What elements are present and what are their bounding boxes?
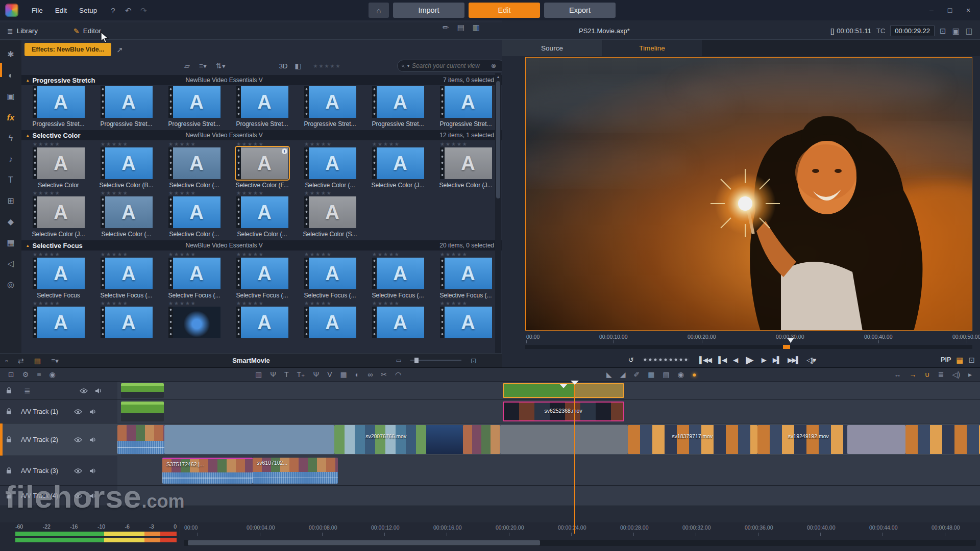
razor-icon[interactable]: ✐	[634, 371, 640, 378]
undock-icon[interactable]: ⊡	[940, 27, 946, 35]
edit-mode-button[interactable]: Edit	[469, 3, 540, 18]
voiceover-icon[interactable]: Ψ	[270, 371, 276, 378]
magnet-icon[interactable]: ∪	[925, 371, 930, 378]
menu-edit[interactable]: Edit	[49, 0, 73, 20]
effect-thumbnail[interactable]: A	[168, 196, 220, 228]
effect-thumbnail[interactable]: A	[440, 307, 492, 338]
snapshot-icon[interactable]: ◉	[678, 371, 684, 378]
effect-rating[interactable]: ★★★★★	[236, 252, 264, 258]
effect-rating[interactable]: ★★★★★	[101, 141, 129, 147]
effect-thumbnail[interactable]: A	[304, 307, 356, 338]
effect-thumbnail[interactable]: A	[440, 86, 492, 118]
navigator-icon[interactable]: ✱	[4, 48, 17, 61]
play-forward-button[interactable]: ▶	[762, 356, 766, 364]
list-view-icon[interactable]: ≡▾	[51, 357, 59, 364]
effect-item[interactable]: ★★★★★ASelective Focus (...	[92, 251, 160, 299]
clip-sv6252368.mov[interactable]: sv6252368.mov	[503, 402, 624, 421]
effect-rating[interactable]: ★★★★★	[236, 141, 264, 147]
effect-item[interactable]: ★★★★★ASelective Focus (...	[296, 251, 364, 299]
effect-thumbnail[interactable]: A	[372, 147, 424, 179]
expand-view-icon[interactable]: ⊡	[471, 357, 477, 364]
catalog-icon[interactable]: ▥	[473, 23, 480, 31]
effect-rating[interactable]: ★★★★★	[33, 300, 61, 307]
effect-rating[interactable]: ★★★★★	[101, 300, 129, 307]
effect-item[interactable]: ★★★★★ASelective Focus (...	[228, 251, 296, 299]
next-clip-button[interactable]: ▶▌	[773, 356, 780, 364]
effect-item[interactable]: AProgressive Stret...	[296, 85, 364, 128]
keyboard-icon[interactable]: ▦	[648, 371, 654, 378]
effect-item[interactable]: ★★★★★ASelective Color (B...	[92, 140, 160, 189]
zoom-slider-knob[interactable]	[414, 358, 419, 363]
export-mode-button[interactable]: Export	[544, 3, 616, 18]
tab-library[interactable]: ≣Library	[0, 22, 45, 40]
effect-rating[interactable]: ★★★★★	[168, 141, 197, 147]
effect-item[interactable]: ★★★★★ASelective Focus	[24, 251, 92, 299]
clip-sv6107102...[interactable]: sv6107102...	[253, 458, 338, 484]
effect-rating[interactable]: ★★★★★	[304, 190, 332, 196]
mute-speaker-icon[interactable]	[89, 409, 96, 415]
effect-thumbnail[interactable]: A	[440, 258, 492, 289]
volume-button[interactable]: ◁))▾	[806, 356, 815, 364]
effect-rating[interactable]: ★★★★★	[168, 190, 197, 196]
track-lane[interactable]	[117, 486, 980, 506]
track-list-icon[interactable]: ≣	[24, 387, 31, 394]
effect-thumbnail[interactable]: A	[33, 196, 85, 228]
effect-thumbnail[interactable]: Ai	[236, 147, 288, 179]
effect-thumbnail[interactable]: A	[236, 86, 288, 118]
visibility-eye-icon[interactable]	[74, 493, 82, 498]
effect-thumbnail[interactable]: A	[101, 86, 153, 118]
clip-sv18379717.mov[interactable]: sv18379717.mov	[628, 425, 757, 454]
zoom-slider[interactable]	[410, 360, 461, 361]
dual-view-icon[interactable]: ◫	[966, 27, 973, 35]
effect-item[interactable]: ★★★★★	[160, 299, 228, 338]
lock-icon[interactable]	[6, 492, 12, 499]
copy-frame-icon[interactable]: ▣	[952, 27, 960, 35]
volume-icon[interactable]: ◁)	[952, 371, 960, 378]
effect-thumbnail[interactable]: A	[372, 86, 424, 118]
popout-icon[interactable]: ↗	[116, 46, 123, 54]
minimize-button[interactable]: –	[924, 4, 939, 17]
effect-rating[interactable]: ★★★★★	[372, 141, 400, 147]
play-reverse-button[interactable]: ◀	[733, 356, 737, 364]
photos-icon[interactable]: ▣	[4, 90, 17, 103]
mute-speaker-icon[interactable]	[89, 468, 96, 474]
visibility-eye-icon[interactable]	[74, 409, 82, 414]
title-tool-icon[interactable]: T	[284, 371, 289, 378]
montage-icon[interactable]: ▦	[4, 237, 17, 249]
effect-rating[interactable]: ★★★★★	[304, 252, 332, 258]
collapse-arrow-icon[interactable]: ▴	[27, 78, 29, 83]
tag-wand-icon[interactable]: ✏	[443, 23, 449, 31]
search-input[interactable]	[412, 62, 488, 69]
effect-rating[interactable]: ★★★★★	[372, 300, 400, 307]
effect-item[interactable]: ★★★★★ASelective Color (J...	[432, 140, 500, 189]
timeline-scrollbar[interactable]	[184, 540, 976, 546]
fullscreen-icon[interactable]: ⊡	[968, 356, 975, 364]
clip-sv19249192.mov[interactable]: sv19249192.mov	[757, 425, 847, 454]
section-header[interactable]: ▴Selective FocusNewBlue Video Essentials…	[21, 240, 507, 251]
effect-thumbnail[interactable]: A	[440, 147, 492, 179]
effect-thumbnail[interactable]: A	[236, 196, 288, 228]
go-to-start-button[interactable]: ▌◀◀	[699, 356, 711, 364]
effect-item[interactable]: AProgressive Stret...	[160, 85, 228, 128]
effect-item[interactable]: ★★★★★ASelective Focus (...	[432, 251, 500, 299]
effect-item[interactable]: AProgressive Stret...	[364, 85, 432, 128]
mark-out-icon[interactable]: ◢	[620, 371, 626, 378]
track-transparency-icon[interactable]: ◐	[355, 371, 359, 378]
effect-rating[interactable]: ★★★★★	[33, 141, 61, 147]
titles-icon[interactable]: T	[4, 174, 17, 186]
film-filter-icon[interactable]: ◧	[295, 62, 301, 69]
info-badge-icon[interactable]: i	[282, 148, 287, 154]
link-icon[interactable]: ∞	[368, 371, 373, 378]
folder-icon[interactable]: ▱	[184, 62, 190, 69]
sync-icon[interactable]: ⇄	[18, 357, 24, 364]
section-header[interactable]: ▴Progressive StretchNewBlue Video Essent…	[21, 75, 507, 85]
effect-item[interactable]: ★★★★★AiSelective Color (F...	[228, 140, 296, 189]
collapse-arrow-icon[interactable]: ▴	[27, 243, 29, 248]
timecode-field[interactable]: 00:00:29.22	[890, 26, 935, 36]
effect-item[interactable]: AProgressive Stret...	[228, 85, 296, 128]
effect-thumbnail[interactable]: A	[236, 258, 288, 289]
effects-icon[interactable]: fx	[4, 111, 17, 123]
effect-item[interactable]: ★★★★★ASelective Color (...	[228, 189, 296, 238]
effects-filter-button[interactable]: Effects: NewBlue Vide...	[24, 43, 111, 56]
effect-thumbnail[interactable]: A	[101, 307, 153, 338]
